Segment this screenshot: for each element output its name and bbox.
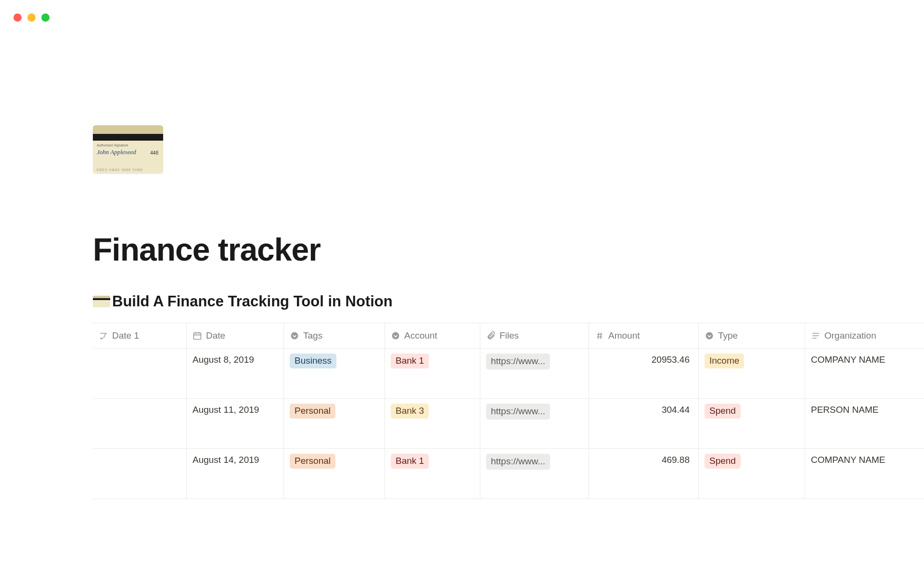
subtitle-row[interactable]: Build A Finance Tracking Tool in Notion <box>93 293 393 310</box>
table-row[interactable]: August 8, 2019 Business Bank 1 https://w… <box>93 349 924 399</box>
select-icon <box>391 331 400 341</box>
svg-point-3 <box>706 332 713 340</box>
column-label: Organization <box>824 330 876 341</box>
cell-type[interactable]: Spend <box>699 399 805 448</box>
cell-amount[interactable]: 20953.46 <box>589 349 699 398</box>
page-title[interactable]: Finance tracker <box>93 231 321 268</box>
tag-chip: Business <box>290 354 336 368</box>
svg-point-2 <box>392 332 399 340</box>
icon-signature: John Appleseed <box>97 148 136 156</box>
select-icon <box>290 331 299 341</box>
database-table: Date 1 Date Tags Account <box>93 323 924 499</box>
cell-organization[interactable]: COMPANY NAME <box>805 349 924 398</box>
column-header-date[interactable]: Date <box>187 323 284 348</box>
cell-tags[interactable]: Personal <box>284 399 385 448</box>
cell-date[interactable]: August 11, 2019 <box>187 399 284 448</box>
type-chip: Spend <box>705 454 741 469</box>
column-header-files[interactable]: Files <box>480 323 589 348</box>
account-chip: Bank 3 <box>391 404 429 419</box>
svg-point-1 <box>291 332 298 340</box>
file-link-chip[interactable]: https://www... <box>486 354 550 369</box>
column-label: Files <box>500 330 519 341</box>
cell-organization[interactable]: PERSON NAME <box>805 399 924 448</box>
type-chip: Income <box>705 354 744 368</box>
account-chip: Bank 1 <box>391 454 429 469</box>
file-link-chip[interactable]: https://www... <box>486 404 550 420</box>
cell-amount[interactable]: 304.44 <box>589 399 699 448</box>
subtitle-text: Build A Finance Tracking Tool in Notion <box>112 293 393 310</box>
column-label: Tags <box>303 330 322 341</box>
column-label: Date 1 <box>112 330 139 341</box>
calendar-icon <box>192 331 202 341</box>
tag-chip: Personal <box>290 454 335 469</box>
table-header-row: Date 1 Date Tags Account <box>93 323 924 349</box>
type-chip: Spend <box>705 404 741 419</box>
column-header-amount[interactable]: Amount <box>589 323 699 348</box>
cell-date1[interactable] <box>93 399 187 448</box>
icon-number: 448 <box>150 150 158 156</box>
number-icon <box>595 331 604 341</box>
select-icon <box>705 331 714 341</box>
cell-organization[interactable]: COMPANY NAME <box>805 449 924 499</box>
cell-tags[interactable]: Business <box>284 349 385 398</box>
cell-account[interactable]: Bank 1 <box>385 349 480 398</box>
cell-date[interactable]: August 14, 2019 <box>187 449 284 499</box>
column-label: Date <box>206 330 225 341</box>
cell-date[interactable]: August 8, 2019 <box>187 349 284 398</box>
column-label: Type <box>718 330 738 341</box>
attachment-icon <box>486 331 496 341</box>
page-icon-credit-card[interactable]: Authorized Signature John Appleseed 448 … <box>93 125 163 173</box>
icon-bottom-text: EBES HBAE 5000 THBE <box>97 168 143 171</box>
maximize-window-button[interactable] <box>41 13 50 22</box>
table-row[interactable]: August 14, 2019 Personal Bank 1 https://… <box>93 449 924 499</box>
column-label: Account <box>404 330 437 341</box>
title-icon <box>99 331 108 341</box>
cell-files[interactable]: https://www... <box>480 399 589 448</box>
column-header-date1[interactable]: Date 1 <box>93 323 187 348</box>
cell-type[interactable]: Income <box>699 349 805 398</box>
column-header-account[interactable]: Account <box>385 323 480 348</box>
cell-account[interactable]: Bank 1 <box>385 449 480 499</box>
column-header-tags[interactable]: Tags <box>284 323 385 348</box>
window-controls <box>13 13 50 22</box>
cell-account[interactable]: Bank 3 <box>385 399 480 448</box>
column-label: Amount <box>608 330 640 341</box>
cell-files[interactable]: https://www... <box>480 349 589 398</box>
column-header-type[interactable]: Type <box>699 323 805 348</box>
credit-card-icon <box>93 296 110 307</box>
cell-tags[interactable]: Personal <box>284 449 385 499</box>
text-icon <box>811 331 821 341</box>
table-row[interactable]: August 11, 2019 Personal Bank 3 https://… <box>93 399 924 449</box>
icon-sig-label: Authorized Signature <box>97 144 128 147</box>
close-window-button[interactable] <box>13 13 22 22</box>
svg-rect-0 <box>194 333 201 339</box>
file-link-chip[interactable]: https://www... <box>486 454 550 470</box>
minimize-window-button[interactable] <box>27 13 36 22</box>
cell-date1[interactable] <box>93 349 187 398</box>
column-header-organization[interactable]: Organization <box>805 323 924 348</box>
cell-date1[interactable] <box>93 449 187 499</box>
tag-chip: Personal <box>290 404 335 419</box>
cell-amount[interactable]: 469.88 <box>589 449 699 499</box>
cell-type[interactable]: Spend <box>699 449 805 499</box>
cell-files[interactable]: https://www... <box>480 449 589 499</box>
account-chip: Bank 1 <box>391 354 429 368</box>
